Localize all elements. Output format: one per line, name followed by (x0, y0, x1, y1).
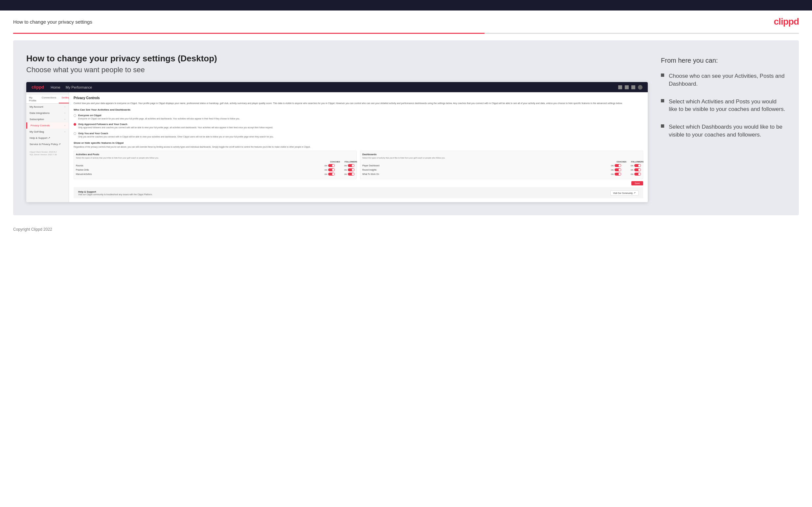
followers-header: FOLLOWERS (345, 161, 354, 163)
user-icon[interactable] (638, 85, 643, 90)
features-grid: Activities and Posts Select the types of… (73, 151, 643, 179)
manual-followers-toggle[interactable] (348, 173, 354, 176)
radio-followers-coach[interactable]: Only Approved Followers and Your Coach O… (73, 123, 643, 129)
coaches-header: COACHES (330, 161, 340, 163)
help-section: Help & Support Visit our Clippd communit… (73, 187, 643, 198)
toggle-circle (618, 169, 621, 171)
tab-connections[interactable]: Connections (39, 95, 59, 103)
radio-only-you-coach[interactable]: Only You and Your Coach Only you and the… (73, 132, 643, 138)
toggle-circle (332, 173, 335, 175)
save-row: Save (73, 179, 643, 187)
help-desc: Visit our Clippd community to troublesho… (78, 193, 152, 195)
page-subheading: Choose what you want people to see (26, 66, 648, 74)
pd-followers-toggle[interactable] (634, 164, 641, 167)
ri-coaches-toggle-group: ON (601, 168, 621, 171)
sidebar-item-dataintegrations-label: Data Integrations (30, 112, 50, 115)
bullet-square-3 (661, 124, 664, 128)
sidebar-item-helpsupport-label: Help & Support ↗ (30, 136, 50, 139)
app-nav-bar: clippd Home My Performance (26, 82, 648, 92)
rounds-label: Rounds (76, 164, 315, 167)
toggle-circle (332, 164, 335, 167)
sidebar-item-subscription-label: Subscription (30, 118, 44, 121)
toggle-row-round-insights: Round Insights ON ON (362, 168, 641, 171)
what-to-work-on-label: What To Work On (362, 173, 601, 175)
radio-followers-coach-desc: Only approved followers and coaches you … (78, 126, 273, 129)
pd-coaches-toggle-group: ON (601, 164, 621, 167)
followers-header-d: FOLLOWERS (631, 161, 641, 163)
sql-version: SQL Server Version: 2022.7.36 (30, 153, 65, 156)
radio-dot-followers-coach (73, 123, 76, 126)
sidebar-item-privacy-policy[interactable]: Service & Privacy Policy ↗ (26, 141, 69, 147)
dashboards-col-title: Dashboards (362, 153, 641, 156)
toggle-row-what-to-work-on: What To Work On ON ON (362, 173, 641, 176)
radio-everyone-content: Everyone on Clippd Everyone on Clippd ca… (78, 114, 240, 120)
radio-everyone-label: Everyone on Clippd (78, 114, 240, 117)
pd-coaches-on-label: ON (611, 165, 614, 167)
sidebar-item-privacycontrols[interactable]: Privacy Controls › (26, 122, 69, 129)
app-nav-links: Home My Performance (51, 85, 92, 89)
toggle-circle (352, 169, 354, 171)
rounds-followers-toggle[interactable] (348, 164, 354, 167)
top-bar (0, 0, 812, 10)
sidebar-item-myaccount[interactable]: My Account › (26, 104, 69, 110)
app-sidebar: My Profile Connections Settings My Accou… (26, 92, 69, 202)
header-title: How to change your privacy settings (13, 19, 92, 24)
chevron-right-icon: › (64, 118, 65, 121)
help-title: Help & Support (78, 190, 152, 193)
ri-coaches-toggle[interactable] (615, 168, 621, 171)
visit-community-button[interactable]: Visit Our Community ↗ (610, 190, 639, 195)
practice-coaches-toggle-group: ON (315, 168, 335, 171)
search-icon[interactable] (618, 85, 622, 89)
sidebar-item-mygolfbag[interactable]: My Golf Bag › (26, 129, 69, 135)
chevron-right-icon: › (64, 112, 65, 115)
bullet-text-2: Select which Activities and Posts you wo… (669, 98, 786, 114)
radio-only-you-label: Only You and Your Coach (78, 132, 273, 135)
bullet-square-1 (661, 73, 664, 77)
sidebar-item-helpsupport[interactable]: Help & Support ↗ (26, 135, 69, 141)
ri-coaches-on-label: ON (611, 169, 614, 171)
features-desc: Regardless of the privacy controls that … (73, 146, 643, 148)
sidebar-item-subscription[interactable]: Subscription › (26, 116, 69, 122)
save-button[interactable]: Save (631, 181, 643, 185)
sidebar-item-privacypolicy-label: Service & Privacy Policy ↗ (30, 143, 61, 146)
wtwo-followers-toggle-group: ON (621, 173, 641, 176)
wtwo-coaches-toggle[interactable] (615, 173, 621, 176)
left-panel: How to change your privacy settings (Des… (26, 54, 648, 202)
grid-icon[interactable] (625, 85, 629, 89)
wtwo-coaches-on-label: ON (611, 173, 614, 175)
external-link-icon: ↗ (633, 192, 636, 194)
sidebar-item-mygolfbag-label: My Golf Bag (30, 130, 44, 133)
practice-followers-toggle-group: ON (335, 168, 354, 171)
toggle-circle (638, 173, 641, 175)
chevron-right-icon: › (64, 124, 65, 127)
radio-dot-everyone (73, 114, 76, 117)
nav-link-home[interactable]: Home (51, 85, 60, 89)
app-nav-logo: clippd (32, 84, 44, 90)
settings-icon[interactable] (631, 85, 635, 89)
manual-coaches-toggle[interactable] (328, 173, 335, 176)
page-heading: How to change your privacy settings (Des… (26, 54, 648, 64)
toggle-circle (352, 164, 354, 167)
practice-followers-toggle[interactable] (348, 168, 354, 171)
sidebar-item-dataintegrations[interactable]: Data Integrations › (26, 110, 69, 116)
who-can-see-title: Who Can See Your Activities and Dashboar… (73, 108, 643, 111)
main-content: How to change your privacy settings (Des… (13, 40, 799, 215)
toggle-circle (332, 169, 335, 171)
bullet-square-2 (661, 99, 664, 102)
practice-coaches-toggle[interactable] (328, 168, 335, 171)
toggle-row-practice: Practice Drills ON ON (76, 168, 354, 171)
ri-followers-toggle[interactable] (634, 168, 641, 171)
sidebar-tabs: My Profile Connections Settings (26, 95, 69, 104)
wtwo-followers-toggle[interactable] (634, 173, 641, 176)
tab-myprofile[interactable]: My Profile (26, 95, 39, 103)
rounds-coaches-on-label: ON (324, 165, 327, 167)
radio-everyone[interactable]: Everyone on Clippd Everyone on Clippd ca… (73, 114, 643, 120)
rounds-coaches-toggle[interactable] (328, 164, 335, 167)
nav-link-performance[interactable]: My Performance (66, 85, 92, 89)
pd-coaches-toggle[interactable] (615, 164, 621, 167)
manual-followers-toggle-group: ON (335, 173, 354, 176)
copyright-text: Copyright Clippd 2022 (13, 227, 52, 232)
manual-followers-on-label: ON (344, 173, 347, 175)
header-divider (13, 33, 799, 34)
radio-only-you-desc: Only you and the coaches you connect wit… (78, 135, 273, 138)
